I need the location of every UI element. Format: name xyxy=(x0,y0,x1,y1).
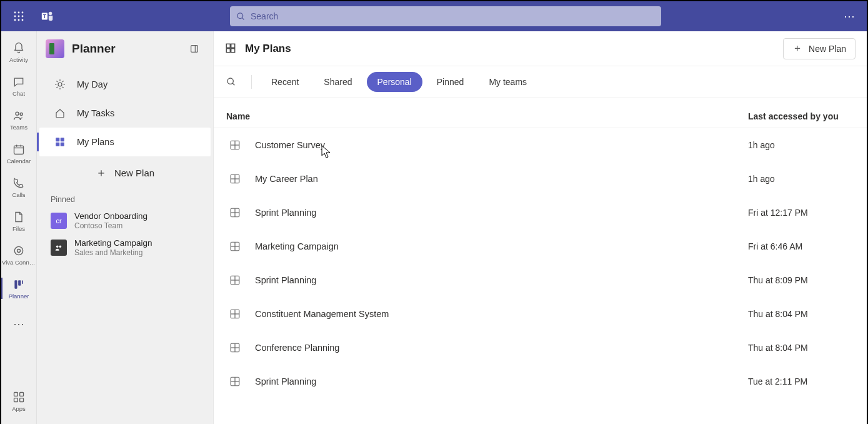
plan-name: Constituent Management System xyxy=(255,309,748,319)
svg-point-31 xyxy=(58,83,62,86)
filter-search-button[interactable] xyxy=(220,71,242,93)
tab-personal[interactable]: Personal xyxy=(367,72,422,92)
svg-rect-46 xyxy=(226,44,230,48)
viva-icon xyxy=(12,244,26,258)
table-row[interactable]: Sprint Planning Tue at 2:11 PM xyxy=(214,365,867,398)
plan-icon xyxy=(226,139,244,151)
svg-rect-40 xyxy=(56,138,59,141)
tab-pinned[interactable]: Pinned xyxy=(426,72,475,92)
sidebar-new-plan-label: New Plan xyxy=(114,168,154,178)
waffle-icon xyxy=(14,11,24,21)
svg-rect-25 xyxy=(14,392,18,396)
apps-icon xyxy=(12,390,26,404)
table-row[interactable]: Sprint Planning Fri at 12:17 PM xyxy=(214,196,867,230)
new-plan-label: New Plan xyxy=(809,44,846,54)
sidebar-item-my-plans[interactable]: My Plans xyxy=(39,128,211,156)
plan-icon xyxy=(226,342,244,353)
chat-icon xyxy=(12,75,26,89)
sidebar-new-plan-button[interactable]: ＋ New Plan xyxy=(37,159,213,186)
rail-activity[interactable]: Activity xyxy=(1,35,36,69)
svg-point-5 xyxy=(22,16,24,18)
tab-my-teams[interactable]: My teams xyxy=(478,72,537,92)
planner-sidebar: Planner My Day My Tasks xyxy=(37,31,214,424)
rail-chat[interactable]: Chat xyxy=(1,69,36,103)
divider xyxy=(251,75,252,89)
svg-point-45 xyxy=(59,245,62,248)
search-input[interactable] xyxy=(251,11,655,21)
tab-shared[interactable]: Shared xyxy=(313,72,362,92)
table-row[interactable]: Sprint Planning Thu at 8:09 PM xyxy=(214,263,867,297)
title-bar: T ⋯ xyxy=(0,0,868,31)
rail-apps[interactable]: Apps xyxy=(1,384,36,418)
sidebar-item-label: My Tasks xyxy=(77,108,114,118)
global-search[interactable] xyxy=(230,6,661,26)
table-row[interactable]: My Career Plan 1h ago xyxy=(214,162,867,196)
svg-rect-49 xyxy=(231,48,235,52)
plan-icon xyxy=(226,376,244,387)
sidebar-item-label: My Day xyxy=(77,79,107,89)
rail-label: Apps xyxy=(12,405,26,412)
svg-text:T: T xyxy=(43,14,46,19)
file-icon xyxy=(12,210,26,224)
ellipsis-icon: ⋯ xyxy=(844,9,855,23)
plan-accessed: Tue at 2:11 PM xyxy=(748,376,854,386)
rail-calls[interactable]: Calls xyxy=(1,170,36,204)
rail-files[interactable]: Files xyxy=(1,204,36,238)
planner-logo-icon xyxy=(46,39,64,58)
people-small-icon xyxy=(54,243,63,252)
svg-point-44 xyxy=(56,245,59,248)
home-icon xyxy=(53,108,67,119)
settings-more-button[interactable]: ⋯ xyxy=(839,6,859,26)
rail-viva[interactable]: Viva Connec... xyxy=(1,238,36,271)
column-name[interactable]: Name xyxy=(226,111,748,121)
svg-rect-23 xyxy=(18,280,21,285)
svg-rect-29 xyxy=(191,46,198,53)
table-row[interactable]: Conference Planning Thu at 8:04 PM xyxy=(214,331,867,365)
ellipsis-icon: ⋯ xyxy=(12,317,26,331)
svg-rect-43 xyxy=(61,143,64,146)
table-row[interactable]: Customer Survey 1h ago xyxy=(214,128,867,162)
svg-point-2 xyxy=(22,12,24,14)
svg-point-8 xyxy=(22,19,24,21)
plan-accessed: Fri at 6:46 AM xyxy=(748,241,854,251)
calendar-icon xyxy=(12,143,26,156)
svg-point-12 xyxy=(237,13,243,18)
svg-rect-41 xyxy=(61,138,64,141)
popout-button[interactable] xyxy=(186,40,203,58)
svg-rect-27 xyxy=(14,398,18,401)
svg-rect-26 xyxy=(20,392,24,396)
plus-icon: ＋ xyxy=(792,42,802,55)
plan-name: Marketing Campaign xyxy=(255,241,748,251)
phone-icon xyxy=(12,176,26,190)
table-row[interactable]: Marketing Campaign Fri at 6:46 AM xyxy=(214,230,867,263)
sidebar-item-my-tasks[interactable]: My Tasks xyxy=(39,99,211,128)
pinned-item-vendor-onboarding[interactable]: cr Vendor Onboarding Contoso Team xyxy=(37,208,213,235)
plan-name: Sprint Planning xyxy=(255,275,748,285)
rail-planner[interactable]: Planner xyxy=(1,271,36,305)
svg-rect-47 xyxy=(231,44,235,48)
tab-recent[interactable]: Recent xyxy=(261,72,309,92)
plan-accessed: Thu at 8:04 PM xyxy=(748,309,854,319)
plan-icon xyxy=(226,207,244,218)
svg-point-4 xyxy=(18,16,20,18)
rail-more[interactable]: ⋯ xyxy=(1,308,36,341)
column-accessed[interactable]: Last accessed by you xyxy=(748,111,854,121)
rail-label: Teams xyxy=(10,124,27,131)
tab-label: Recent xyxy=(271,77,299,87)
sidebar-item-my-day[interactable]: My Day xyxy=(39,70,211,99)
rail-calendar[interactable]: Calendar xyxy=(1,136,36,170)
search-icon xyxy=(226,77,236,87)
table-row[interactable]: Constituent Management System Thu at 8:0… xyxy=(214,297,867,331)
new-plan-button[interactable]: ＋ New Plan xyxy=(783,38,856,59)
svg-rect-48 xyxy=(226,48,230,52)
plan-avatar xyxy=(51,240,67,256)
svg-point-15 xyxy=(20,113,22,115)
pinned-item-marketing-campaign[interactable]: Marketing Campaign Sales and Marketing xyxy=(37,235,213,261)
grid-icon xyxy=(225,43,237,55)
svg-rect-28 xyxy=(20,398,24,401)
sidebar-app-title: Planner xyxy=(72,42,186,56)
app-launcher-button[interactable] xyxy=(9,6,29,26)
plan-avatar: cr xyxy=(51,213,67,229)
teams-logo-icon: T xyxy=(40,9,55,24)
rail-teams[interactable]: Teams xyxy=(1,103,36,136)
